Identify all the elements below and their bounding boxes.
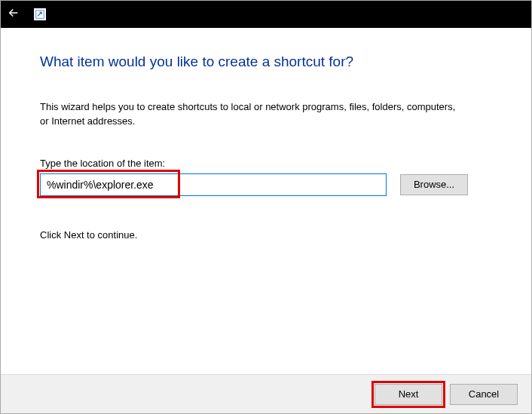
titlebar: [1, 1, 531, 28]
shortcut-wizard-icon: [34, 8, 46, 20]
next-button[interactable]: Next: [375, 384, 442, 405]
description-text: This wizard helps you to create shortcut…: [40, 100, 462, 129]
location-input-wrapper: [40, 173, 387, 196]
continue-text: Click Next to continue.: [40, 229, 501, 241]
back-arrow-icon[interactable]: [7, 6, 20, 23]
browse-button[interactable]: Browse...: [400, 174, 468, 195]
location-label: Type the location of the item:: [40, 158, 501, 169]
footer: Next Cancel: [1, 374, 531, 413]
wizard-content: What item would you like to create a sho…: [1, 28, 531, 241]
next-button-wrapper: Next: [375, 384, 442, 405]
page-heading: What item would you like to create a sho…: [40, 54, 501, 70]
cancel-button[interactable]: Cancel: [450, 384, 518, 405]
location-row: Browse...: [40, 173, 501, 196]
location-input[interactable]: [40, 173, 387, 196]
